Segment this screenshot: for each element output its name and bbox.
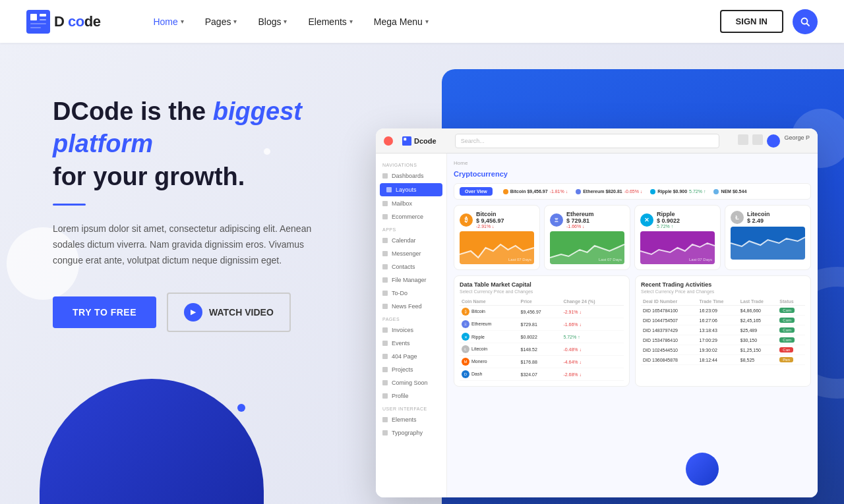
filemanager-icon (382, 277, 388, 283)
profile-icon (382, 393, 388, 399)
col-last-trade: Last Trade (738, 298, 778, 306)
sidebar-section-nav: NAVIGATIONS (376, 159, 446, 169)
svg-rect-5 (30, 27, 41, 28)
navbar: D code Home ▾ Pages ▾ Blogs ▾ Elements ▾… (0, 0, 844, 43)
dash-icon-grid[interactable] (738, 134, 748, 145)
dashboard-window: Dcode Search... George P NAVIGATIONS (376, 128, 818, 497)
coin-card-litecoin: Ł Litecoin $ 2.49 (725, 205, 811, 270)
layouts-icon (386, 187, 392, 192)
nav-pages[interactable]: Pages ▾ (205, 16, 237, 27)
elements-arrow-icon: ▾ (349, 18, 353, 25)
ripple-chart: Last 07 Days (640, 231, 715, 264)
dashboard-top-icons: George P (738, 134, 810, 148)
sidebar-item-mailbox[interactable]: Mailbox (376, 197, 446, 210)
status-badge: Com (779, 318, 795, 323)
dashboard-search-bar[interactable]: Search... (455, 134, 720, 148)
col-coin-name: Coin Name (460, 298, 519, 306)
sidebar-item-404[interactable]: 404 Page (376, 350, 446, 363)
svg-rect-4 (30, 23, 46, 24)
coin-cards-row: ₿ Bitcoin $ 9,456.97 -2.91% ↓ (454, 205, 811, 270)
table-row: DID 1360845878 18:12:44 $8,525 Pen (641, 355, 805, 365)
col-trade-time: Trade Time (698, 298, 738, 306)
signin-button[interactable]: SIGN IN (720, 10, 783, 33)
litecoin-chart (731, 227, 805, 260)
sidebar-item-newsfeed[interactable]: News Feed (376, 300, 446, 313)
coin-card-bitcoin: ₿ Bitcoin $ 9,456.97 -2.91% ↓ (454, 205, 540, 270)
contacts-icon (382, 264, 388, 269)
ticker-bitcoin: Bitcoin $9,456.97 -1.81% ↓ (503, 189, 568, 194)
typography-icon (382, 430, 388, 435)
market-table-subtitle: Select Currency Price and Changes (460, 289, 624, 294)
calendar-icon (382, 238, 388, 243)
nav-mega-menu[interactable]: Mega Menu ▾ (374, 16, 429, 27)
table-row: ₿Bitcoin $9,456.97 -2.91% ↓ (460, 306, 624, 318)
table-row: ŁLitecoin $148.52 -0.48% ↓ (460, 343, 624, 356)
sidebar-section-ui: USER INTERFACE (376, 403, 446, 413)
status-badge: Com (779, 327, 795, 333)
table-row: DID 1534786410 17:00:29 $30,150 Com (641, 335, 805, 345)
pages-arrow-icon: ▾ (233, 18, 237, 25)
bitcoin-chart-label: Last 07 Days (508, 258, 531, 262)
svg-rect-0 (26, 10, 50, 34)
trading-data-table: Deal ID Number Trade Time Last Trade Sta… (641, 298, 805, 365)
nav-elements[interactable]: Elements ▾ (308, 16, 352, 27)
try-free-button[interactable]: TRY TO FREE (53, 296, 156, 328)
sidebar-item-ecommerce[interactable]: Ecommerce (376, 210, 446, 223)
dashboard-sidebar: NAVIGATIONS Dashboards Layouts Mailbox (376, 154, 447, 497)
sidebar-item-messenger[interactable]: Messenger (376, 247, 446, 260)
logo[interactable]: D code (26, 10, 100, 34)
search-icon (800, 16, 810, 27)
dashboard-section-title: Cryptocurrency (454, 170, 811, 178)
ripple-logo: ✕ (640, 213, 653, 227)
comingsoon-icon (382, 380, 388, 385)
ticker-ethereum: Ethereum $820.81 -0.65% ↓ (576, 189, 642, 194)
market-capital-table: Data Table Market Capital Select Currenc… (454, 275, 630, 387)
col-price: Price (519, 298, 562, 306)
nav-links: Home ▾ Pages ▾ Blogs ▾ Elements ▾ Mega M… (153, 16, 428, 27)
col-deal-id: Deal ID Number (641, 298, 698, 306)
projects-icon (382, 367, 388, 372)
overview-tab[interactable]: Over View (460, 187, 493, 196)
megamenu-arrow-icon: ▾ (425, 18, 429, 25)
hero-buttons: TRY TO FREE ▶ WATCH VIDEO (53, 293, 369, 332)
ticker-nem: NEM $0.544 (713, 189, 746, 194)
sidebar-item-layouts[interactable]: Layouts (380, 183, 442, 196)
table-row: ✕Ripple $0.8022 5.72% ↑ (460, 331, 624, 343)
sidebar-item-filemanager[interactable]: File Manager (376, 273, 446, 287)
nav-home[interactable]: Home ▾ (153, 16, 183, 27)
table-row: DID 1654784100 16:23:09 $4,86,660 Com (641, 306, 805, 316)
sidebar-item-elements[interactable]: Elements (376, 413, 446, 426)
sidebar-item-projects[interactable]: Projects (376, 363, 446, 376)
nav-blogs[interactable]: Blogs ▾ (258, 16, 287, 27)
ethereum-chart: Last 07 Days (550, 231, 624, 264)
dashboard-preview: Dcode Search... George P NAVIGATIONS (376, 69, 844, 504)
table-row: MMonero $176.88 -4.64% ↓ (460, 356, 624, 368)
hero-section: DCode is the biggest platform for your g… (0, 43, 844, 504)
404-icon (382, 354, 388, 359)
search-button[interactable] (793, 9, 818, 34)
market-table-title: Data Table Market Capital (460, 281, 624, 288)
sidebar-item-comingsoon[interactable]: Coming Soon (376, 376, 446, 389)
bitcoin-chart: Last 07 Days (460, 231, 534, 264)
sidebar-item-calendar[interactable]: Calendar (376, 234, 446, 247)
sidebar-item-typography[interactable]: Typography (376, 426, 446, 439)
sidebar-item-invoices[interactable]: Invoices (376, 323, 446, 337)
watch-video-button[interactable]: ▶ WATCH VIDEO (167, 293, 291, 332)
sidebar-item-dashboards[interactable]: Dashboards (376, 169, 446, 182)
svg-marker-13 (731, 237, 805, 260)
dashboard-logo: Dcode (402, 136, 437, 146)
coin-card-ripple: ✕ Ripple $ 0.9022 5.72% ↑ (634, 205, 721, 270)
sidebar-section-pages: PAGES (376, 313, 446, 323)
nem-ticker-icon (713, 189, 719, 194)
logo-text: D code (54, 13, 100, 30)
sidebar-item-events[interactable]: Events (376, 337, 446, 350)
sidebar-item-todo[interactable]: To-Do (376, 287, 446, 300)
market-data-table: Coin Name Price Change 24 (%) ₿Bitcoin $… (460, 298, 624, 381)
col-status: Status (777, 298, 805, 306)
sidebar-item-contacts[interactable]: Contacts (376, 260, 446, 273)
window-close-button[interactable] (384, 136, 393, 146)
dash-icon-bell[interactable] (752, 134, 763, 145)
tables-row: Data Table Market Capital Select Currenc… (454, 275, 811, 387)
ripple-ticker-icon (650, 189, 655, 194)
sidebar-item-profile[interactable]: Profile (376, 389, 446, 403)
